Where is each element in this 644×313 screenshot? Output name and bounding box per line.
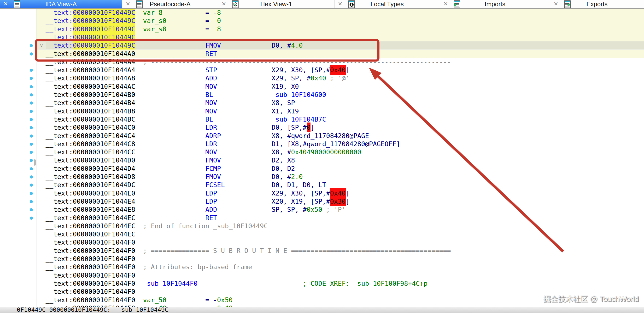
close-icon[interactable]: ✕ (443, 1, 448, 7)
listing-line[interactable]: __text:000000010F10449Cvar_s8= 8 (36, 25, 644, 33)
listing-token: __text:000000010F1044AC (46, 83, 135, 91)
listing-line[interactable]: __text:000000010F1044ECRET (36, 214, 644, 222)
listing-gutter (0, 9, 36, 307)
listing-line[interactable]: __text:000000010F1044A0RET (36, 50, 644, 58)
listing-line[interactable]: __text:000000010F1044A4; ---------------… (36, 58, 644, 66)
listing-line[interactable]: __text:000000010F1044F0; ===============… (36, 247, 644, 255)
tab-label: Hex View-1 (260, 0, 292, 8)
listing-token: MOV (205, 148, 217, 156)
gutter-dot (30, 69, 33, 72)
ida-window: ✕ IDA View-A✕ Pseudocode-A✕ Hex View-1✕ … (0, 0, 644, 313)
listing-token: __text:000000010F1044D0 (46, 156, 135, 164)
close-icon[interactable]: ✕ (222, 1, 226, 7)
listing-token: BL (205, 115, 213, 124)
listing-line[interactable]: __text:000000010F1044E8ADDSP, SP, #0x50 … (36, 206, 644, 214)
hex-icon (232, 0, 238, 10)
collapse-chevron-icon[interactable]: ∨ (37, 42, 46, 49)
listing-token: __text:000000010F1044E8 (46, 206, 135, 214)
listing-line[interactable]: __text:000000010F1044CCMOVX8, #0x4049000… (36, 148, 644, 156)
gutter-dot (30, 175, 33, 178)
listing-token: __text:000000010F1044A0 (46, 50, 135, 58)
listing-token: __text:000000010F1044F0 (46, 271, 135, 280)
listing-line[interactable]: __text:000000010F1044ACMOVX19, X0 (36, 83, 644, 91)
listing-token: __text:000000010F1044F0 (46, 263, 135, 271)
listing-token: _sub_10F1044F0 (143, 280, 198, 288)
listing-line[interactable]: __text:000000010F1044A4STPX29, X30, [SP,… (36, 66, 644, 74)
listing-token: __text:000000010F10449C (46, 25, 135, 33)
tab-imports[interactable]: ✕ Imports (440, 0, 550, 8)
listing-line[interactable]: __text:000000010F1044D8FMOVD0, #2.0 (36, 173, 644, 181)
tab-ida-view-a[interactable]: ✕ IDA View-A (0, 0, 122, 8)
close-icon[interactable]: ✕ (3, 1, 8, 7)
listing-token: FCSEL (205, 181, 225, 189)
listing-line[interactable]: __text:000000010F10449C (36, 33, 644, 41)
imports-icon (454, 0, 460, 10)
disassembly-listing[interactable]: __text:000000010F10449Cvar_8= -8__text:0… (36, 9, 644, 307)
listing-line[interactable]: __text:000000010F1044E4LDPX20, X19, [SP,… (36, 197, 644, 206)
local-types-icon: t (348, 0, 355, 10)
tab-pseudocode-a[interactable]: ✕ Pseudocode-A (122, 0, 218, 8)
listing-line[interactable]: __text:000000010F1044B8MOVX1, X19 (36, 107, 644, 115)
listing-token: MOV (205, 83, 217, 91)
listing-line[interactable]: __text:000000010F1044B4MOVX8, SP (36, 99, 644, 107)
listing-line[interactable]: __text:000000010F10449Cvar_s0= 0 (36, 17, 644, 25)
tab-hex-view-1[interactable]: ✕ Hex View-1 (218, 0, 334, 8)
listing-line[interactable]: ∨__text:000000010F10449CFMOVD0, #4.0 (36, 41, 644, 49)
tab-label: Exports (586, 0, 608, 8)
listing-token: ; Attributes: bp-based frame (143, 263, 252, 271)
listing-line[interactable]: __text:000000010F1044F0; Attributes: bp-… (36, 263, 644, 271)
listing-line[interactable]: __text:000000010F1044B0BL_sub_10F104600 (36, 91, 644, 99)
listing-token: = -8 (205, 9, 221, 17)
close-icon[interactable]: ✕ (554, 1, 558, 7)
listing-line[interactable]: __text:000000010F10449Cvar_8= -8 (36, 9, 644, 17)
listing-token: X8, #qword_117084280@PAGE (272, 132, 369, 140)
listing-line[interactable]: __text:000000010F1044D0FMOVD2, X8 (36, 156, 644, 164)
close-icon[interactable]: ✕ (126, 1, 130, 7)
gutter-dot (30, 200, 33, 203)
gutter-dot (30, 167, 33, 170)
listing-line[interactable]: __text:000000010F1044C8LDRD1, [X8,#qword… (36, 140, 644, 148)
listing-token: __text:000000010F1044D4 (46, 165, 135, 173)
listing-token: LDR (205, 124, 217, 132)
gutter-dot (30, 135, 33, 138)
listing-line[interactable]: __text:000000010F1044C4ADRPX8, #qword_11… (36, 132, 644, 140)
close-icon[interactable]: ✕ (338, 1, 342, 7)
listing-line[interactable]: __text:000000010F1044F0 (36, 271, 644, 280)
gutter-dot (30, 44, 33, 47)
listing-line[interactable]: __text:000000010F1044F0_sub_10F1044F0; C… (36, 280, 644, 288)
listing-line[interactable]: __text:000000010F1044EC; End of function… (36, 222, 644, 230)
listing-token: X1, X19 (272, 107, 299, 115)
listing-line[interactable]: __text:000000010F1044A8ADDX29, SP, #0x40… (36, 74, 644, 82)
listing-token: D0, #4.0 (272, 41, 303, 49)
listing-token: D2, X8 (272, 156, 295, 164)
listing-line[interactable]: __text:000000010F1044D4FCMPD0, D2 (36, 165, 644, 173)
listing-token: ; End of function _sub_10F10449C (143, 222, 268, 230)
listing-token: LDP (205, 189, 217, 197)
listing-token: X19, X0 (272, 83, 299, 91)
listing-line[interactable]: __text:000000010F1044E0LDPX29, X30, [SP,… (36, 189, 644, 197)
listing-token: RET (205, 50, 217, 58)
listing-token: ADRP (205, 132, 221, 140)
listing-line[interactable]: __text:000000010F1044DCFCSELD0, D1, D0, … (36, 181, 644, 189)
listing-token: __text:000000010F10449C (46, 41, 135, 49)
listing-token: __text:000000010F10449C (46, 9, 135, 17)
scrollbar-thumb[interactable] (34, 159, 36, 165)
listing-line[interactable]: __text:000000010F1044F0 (36, 255, 644, 263)
listing-token: FMOV (205, 156, 221, 164)
listing-token: X29, SP, #0x40 ; '@' (272, 74, 350, 82)
listing-token: X29, X30, [SP,#0x40] (272, 189, 350, 197)
listing-token: __text:000000010F1044F0 (46, 296, 135, 304)
listing-line[interactable]: __text:000000010F1044EC (36, 230, 644, 238)
listing-line[interactable]: __text:000000010F1044C0LDRD0, [SP,#0] (36, 124, 644, 132)
listing-token: D0, D1, D0, LT (272, 181, 326, 189)
listing-token: = 0 (205, 17, 221, 25)
gutter-dot (30, 110, 33, 113)
listing-token: X20, X19, [SP,#0x30] (272, 197, 350, 206)
listing-line[interactable]: __text:000000010F1044BCBL_sub_10F104B7C (36, 115, 644, 124)
listing-token: __text:000000010F1044F0 (46, 288, 135, 296)
listing-token: FCMP (205, 165, 221, 173)
tab-local-types[interactable]: ✕ tLocal Types (334, 0, 440, 8)
listing-token: __text:000000010F1044F0 (46, 238, 135, 246)
tab-exports[interactable]: ✕ Exports (550, 0, 644, 8)
listing-line[interactable]: __text:000000010F1044F0 (36, 238, 644, 246)
